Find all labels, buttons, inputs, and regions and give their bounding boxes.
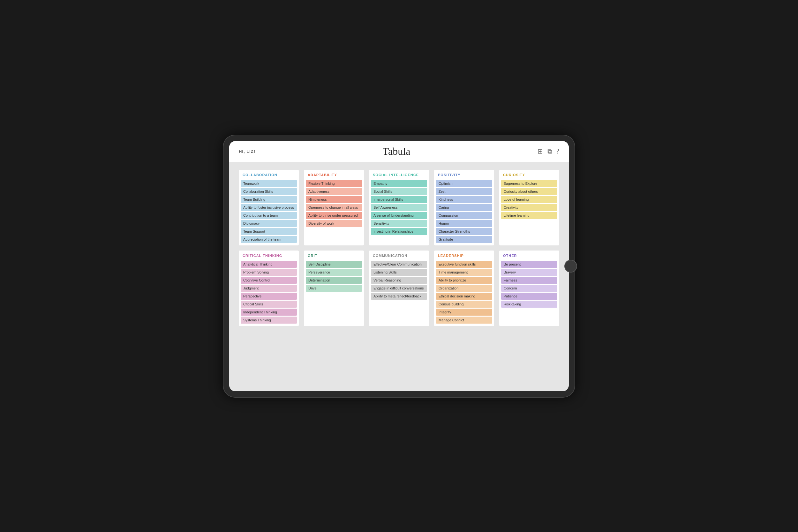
list-item[interactable]: Investing in Relationships bbox=[371, 228, 427, 235]
tablet-frame: HI, LIZ! Tabula ⊞ ⧉ ? COLLABORATIONTeamw… bbox=[224, 135, 574, 397]
list-item[interactable]: Compassion bbox=[436, 212, 492, 219]
list-item[interactable]: Critical Skills bbox=[241, 301, 297, 308]
list-item[interactable]: Listening Skills bbox=[371, 269, 427, 276]
list-item[interactable]: Systems Thinking bbox=[241, 317, 297, 324]
list-item[interactable]: Executive function skills bbox=[436, 261, 492, 268]
category-header-leadership: LEADERSHIP bbox=[434, 250, 494, 261]
list-item[interactable]: Lifetime learning bbox=[501, 212, 557, 219]
list-item[interactable]: Empathy bbox=[371, 180, 427, 187]
categories-grid: COLLABORATIONTeamworkCollaboration Skill… bbox=[239, 170, 559, 326]
list-item[interactable]: Perspective bbox=[241, 293, 297, 300]
list-item[interactable]: Drive bbox=[306, 285, 362, 292]
list-item[interactable]: Engage in difficult conversations bbox=[371, 285, 427, 292]
list-item[interactable]: Integrity bbox=[436, 309, 492, 316]
list-item[interactable]: Ability to thrive under pressured bbox=[306, 212, 362, 219]
list-item[interactable]: A sense of Understanding bbox=[371, 212, 427, 219]
list-item[interactable]: Census building bbox=[436, 301, 492, 308]
list-item[interactable]: Risk-taking bbox=[501, 301, 557, 308]
category-header-critical-thinking: CRITICAL THINKING bbox=[239, 250, 299, 261]
category-card-social-intelligence: SOCIAL INTELLIGENCEEmpathySocial SkillsI… bbox=[369, 170, 429, 245]
category-card-other: OTHERBe presentBraveryFairnessConcernPat… bbox=[499, 250, 559, 326]
list-item[interactable]: Bravery bbox=[501, 269, 557, 276]
category-items-critical-thinking: Analytical ThinkingProblem SolvingCognit… bbox=[239, 261, 299, 326]
list-item[interactable]: Creativity bbox=[501, 204, 557, 211]
list-item[interactable]: Problem Solving bbox=[241, 269, 297, 276]
list-item[interactable]: Organization bbox=[436, 285, 492, 292]
category-card-grit: GRITSelf-DisciplinePerseveranceDetermina… bbox=[304, 250, 364, 326]
external-link-icon[interactable]: ⧉ bbox=[547, 148, 552, 155]
list-item[interactable]: Ability to prioritize bbox=[436, 277, 492, 284]
list-item[interactable]: Appreciation of the team bbox=[241, 236, 297, 243]
greeting-text: HI, LIZ! bbox=[239, 149, 255, 154]
category-card-positivity: POSITIVITYOptimismZestKindnessCaringComp… bbox=[434, 170, 494, 245]
list-item[interactable]: Humor bbox=[436, 220, 492, 227]
list-item[interactable]: Openness to change in all ways bbox=[306, 204, 362, 211]
category-header-curiosity: CURIOSITY bbox=[499, 170, 559, 180]
tablet-screen: HI, LIZ! Tabula ⊞ ⧉ ? COLLABORATIONTeamw… bbox=[229, 141, 569, 391]
list-item[interactable]: Perseverance bbox=[306, 269, 362, 276]
category-header-communication: COMMUNICATION bbox=[369, 250, 429, 261]
list-item[interactable]: Contribution to a team bbox=[241, 212, 297, 219]
category-items-leadership: Executive function skillsTime management… bbox=[434, 261, 494, 326]
list-item[interactable]: Self-Discipline bbox=[306, 261, 362, 268]
list-item[interactable]: Time management bbox=[436, 269, 492, 276]
category-items-collaboration: TeamworkCollaboration SkillsTeam Buildin… bbox=[239, 180, 299, 245]
list-item[interactable]: Concern bbox=[501, 285, 557, 292]
list-item[interactable]: Teamwork bbox=[241, 180, 297, 187]
list-item[interactable]: Diplomacy bbox=[241, 220, 297, 227]
category-header-collaboration: COLLABORATION bbox=[239, 170, 299, 180]
list-item[interactable]: Curiosity about others bbox=[501, 188, 557, 195]
list-item[interactable]: Caring bbox=[436, 204, 492, 211]
list-item[interactable]: Nimbleness bbox=[306, 196, 362, 203]
list-item[interactable]: Social Skills bbox=[371, 188, 427, 195]
list-item[interactable]: Ethical decision making bbox=[436, 293, 492, 300]
list-item[interactable]: Determination bbox=[306, 277, 362, 284]
category-header-social-intelligence: SOCIAL INTELLIGENCE bbox=[369, 170, 429, 180]
category-items-curiosity: Eagerness to ExploreCuriosity about othe… bbox=[499, 180, 559, 222]
list-item[interactable]: Collaboration Skills bbox=[241, 188, 297, 195]
list-item[interactable]: Interpersonal Skills bbox=[371, 196, 427, 203]
category-header-other: OTHER bbox=[499, 250, 559, 261]
list-item[interactable]: Ability to foster inclusive process bbox=[241, 204, 297, 211]
list-item[interactable]: Analytical Thinking bbox=[241, 261, 297, 268]
list-item[interactable]: Diversity of work bbox=[306, 220, 362, 227]
list-item[interactable]: Cognitive Control bbox=[241, 277, 297, 284]
category-header-positivity: POSITIVITY bbox=[434, 170, 494, 180]
home-button[interactable] bbox=[564, 260, 577, 272]
category-items-positivity: OptimismZestKindnessCaringCompassionHumo… bbox=[434, 180, 494, 245]
list-item[interactable]: Sensitivity bbox=[371, 220, 427, 227]
category-card-leadership: LEADERSHIPExecutive function skillsTime … bbox=[434, 250, 494, 326]
category-card-collaboration: COLLABORATIONTeamworkCollaboration Skill… bbox=[239, 170, 299, 245]
header-actions: ⊞ ⧉ ? bbox=[537, 148, 559, 155]
list-item[interactable]: Team Building bbox=[241, 196, 297, 203]
list-item[interactable]: Gratitude bbox=[436, 236, 492, 243]
list-item[interactable]: Optimism bbox=[436, 180, 492, 187]
list-item[interactable]: Flexible Thinking bbox=[306, 180, 362, 187]
list-item[interactable]: Be present bbox=[501, 261, 557, 268]
list-item[interactable]: Ability to meta reflect/feedback bbox=[371, 293, 427, 300]
list-item[interactable]: Kindness bbox=[436, 196, 492, 203]
main-content: COLLABORATIONTeamworkCollaboration Skill… bbox=[229, 162, 569, 391]
list-item[interactable]: Love of learning bbox=[501, 196, 557, 203]
list-item[interactable]: Effective/Clear Communication bbox=[371, 261, 427, 268]
category-items-social-intelligence: EmpathySocial SkillsInterpersonal Skills… bbox=[369, 180, 429, 238]
list-item[interactable]: Patience bbox=[501, 293, 557, 300]
list-item[interactable]: Character Strengths bbox=[436, 228, 492, 235]
list-item[interactable]: Self Awareness bbox=[371, 204, 427, 211]
list-item[interactable]: Zest bbox=[436, 188, 492, 195]
category-items-adaptability: Flexible ThinkingAdaptivenessNimblenessO… bbox=[304, 180, 364, 229]
category-header-grit: GRIT bbox=[304, 250, 364, 261]
add-icon[interactable]: ⊞ bbox=[537, 148, 543, 155]
list-item[interactable]: Judgment bbox=[241, 285, 297, 292]
list-item[interactable]: Fairness bbox=[501, 277, 557, 284]
list-item[interactable]: Verbal Reasoning bbox=[371, 277, 427, 284]
app-title: Tabula bbox=[383, 146, 411, 157]
list-item[interactable]: Independent Thinking bbox=[241, 309, 297, 316]
help-icon[interactable]: ? bbox=[556, 148, 559, 155]
list-item[interactable]: Adaptiveness bbox=[306, 188, 362, 195]
list-item[interactable]: Eagerness to Explore bbox=[501, 180, 557, 187]
category-card-adaptability: ADAPTABILITYFlexible ThinkingAdaptivenes… bbox=[304, 170, 364, 245]
list-item[interactable]: Team Support bbox=[241, 228, 297, 235]
list-item[interactable]: Manage Conflict bbox=[436, 317, 492, 324]
category-items-communication: Effective/Clear CommunicationListening S… bbox=[369, 261, 429, 302]
